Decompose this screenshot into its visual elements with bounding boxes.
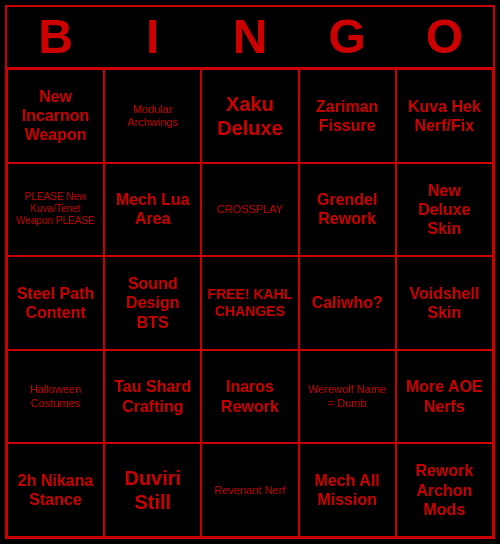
cell-2-1[interactable]: Sound Design BTS [104, 256, 201, 350]
letter-o: O [398, 13, 490, 61]
cell-4-4[interactable]: Rework Archon Mods [396, 443, 493, 537]
cell-4-2[interactable]: Revenant Nerf [201, 443, 298, 537]
cell-1-3[interactable]: Grendel Rework [299, 163, 396, 257]
bingo-grid: New Incarnon Weapon Modular Archwings Xa… [7, 69, 493, 537]
cell-4-3[interactable]: Mech All Mission [299, 443, 396, 537]
letter-g: G [301, 13, 393, 61]
letter-i: I [107, 13, 199, 61]
bingo-card: B I N G O New Incarnon Weapon Modular Ar… [5, 5, 495, 539]
cell-4-0[interactable]: 2h Nikana Stance [7, 443, 104, 537]
cell-2-2-free[interactable]: FREE! KAHL CHANGES [201, 256, 298, 350]
cell-1-4[interactable]: New Deluxe Skin [396, 163, 493, 257]
cell-4-1[interactable]: Duviri Still [104, 443, 201, 537]
cell-0-3[interactable]: Zariman Fissure [299, 69, 396, 163]
cell-3-2[interactable]: Inaros Rework [201, 350, 298, 444]
cell-2-3[interactable]: Caliwho? [299, 256, 396, 350]
cell-3-0[interactable]: Halloween Costumes [7, 350, 104, 444]
cell-3-1[interactable]: Tau Shard Crafting [104, 350, 201, 444]
cell-3-3[interactable]: Werewolf Name = Dumb [299, 350, 396, 444]
cell-1-0[interactable]: PLEASE New Kuva/Tenet Weapon PLEASE [7, 163, 104, 257]
cell-2-0[interactable]: Steel Path Content [7, 256, 104, 350]
cell-0-1[interactable]: Modular Archwings [104, 69, 201, 163]
letter-b: B [10, 13, 102, 61]
cell-1-2[interactable]: CROSSPLAY [201, 163, 298, 257]
bingo-header: B I N G O [7, 7, 493, 69]
cell-3-4[interactable]: More AOE Nerfs [396, 350, 493, 444]
cell-0-2[interactable]: Xaku Deluxe [201, 69, 298, 163]
cell-1-1[interactable]: Mech Lua Area [104, 163, 201, 257]
cell-0-4[interactable]: Kuva Hek Nerf/Fix [396, 69, 493, 163]
cell-2-4[interactable]: Voidshell Skin [396, 256, 493, 350]
cell-0-0[interactable]: New Incarnon Weapon [7, 69, 104, 163]
letter-n: N [204, 13, 296, 61]
